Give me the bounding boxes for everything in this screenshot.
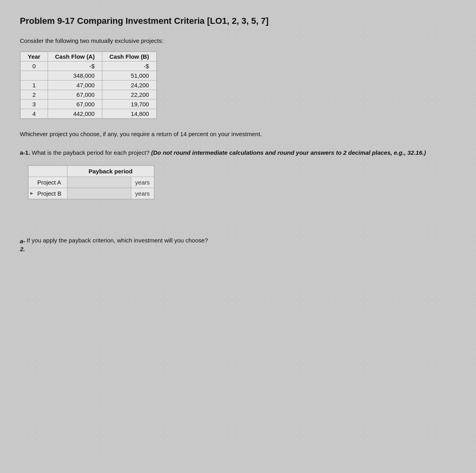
project-b-input-cell[interactable] [67, 188, 131, 199]
table-row: Project A years [29, 177, 154, 188]
arrow-icon-b: ► [29, 190, 34, 196]
cf-a-cell: 47,000 [48, 81, 102, 90]
project-b-unit: years [131, 188, 154, 199]
cf-b-cell: 19,700 [102, 100, 156, 109]
cf-a-cell: 67,000 [48, 90, 102, 100]
project-b-label: ► Project B [29, 188, 67, 199]
table-row: 0-$-$ [21, 62, 157, 71]
cf-b-cell: -$ [102, 62, 156, 71]
project-a-label: Project A [29, 177, 67, 188]
cf-b-cell: 14,800 [102, 109, 156, 119]
question-a1-text: What is the payback period for each proj… [32, 149, 150, 156]
table-row: 147,00024,200 [21, 81, 157, 90]
year-cell: 1 [21, 81, 48, 90]
col-header-cf-b: Cash Flow (B) [102, 52, 156, 62]
project-a-input-cell[interactable] [67, 177, 131, 188]
question-a1-label: a-1. [20, 149, 30, 156]
cf-a-cell: -$ [48, 62, 102, 71]
cf-a-cell: 67,000 [48, 100, 102, 109]
project-a-input[interactable] [67, 177, 131, 188]
col-header-cf-a: Cash Flow (A) [48, 52, 102, 62]
payback-header-empty [29, 165, 67, 177]
table-row: ► Project B years [29, 188, 154, 199]
year-cell: 4 [21, 109, 48, 119]
cash-flow-table: Year Cash Flow (A) Cash Flow (B) 0-$-$34… [20, 51, 157, 119]
question-a2-label-top: a- [20, 237, 25, 246]
question-a2: a- 2. If you apply the payback criterion… [20, 237, 456, 253]
requirement-text: Whichever project you choose, if any, yo… [20, 129, 456, 139]
project-a-unit: years [131, 177, 154, 188]
table-row: 348,00051,000 [21, 71, 157, 81]
payback-answer-table: Payback period Project A years ► Project… [28, 165, 155, 200]
cf-a-cell: 348,000 [48, 71, 102, 81]
col-header-year: Year [21, 52, 48, 62]
question-a2-label-block: a- 2. [20, 237, 25, 253]
question-a1: a-1. What is the payback period for each… [20, 148, 456, 158]
cf-b-cell: 22,200 [102, 90, 156, 100]
payback-header-label: Payback period [67, 165, 154, 177]
year-cell [21, 71, 48, 81]
question-a2-text: If you apply the payback criterion, whic… [27, 237, 208, 244]
table-row: 4442,00014,800 [21, 109, 157, 119]
table-row: 267,00022,200 [21, 90, 157, 100]
cf-a-cell: 442,000 [48, 109, 102, 119]
table-row: 367,00019,700 [21, 100, 157, 109]
project-b-input[interactable] [67, 188, 131, 199]
cf-b-cell: 24,200 [102, 81, 156, 90]
year-cell: 0 [21, 62, 48, 71]
year-cell: 3 [21, 100, 48, 109]
page-title: Problem 9-17 Comparing Investment Criter… [20, 16, 456, 26]
intro-text: Consider the following two mutually excl… [20, 37, 456, 44]
question-a2-label-bottom: 2. [20, 246, 25, 252]
question-a1-instruction: (Do not round intermediate calculations … [151, 149, 426, 156]
cf-b-cell: 51,000 [102, 71, 156, 81]
year-cell: 2 [21, 90, 48, 100]
